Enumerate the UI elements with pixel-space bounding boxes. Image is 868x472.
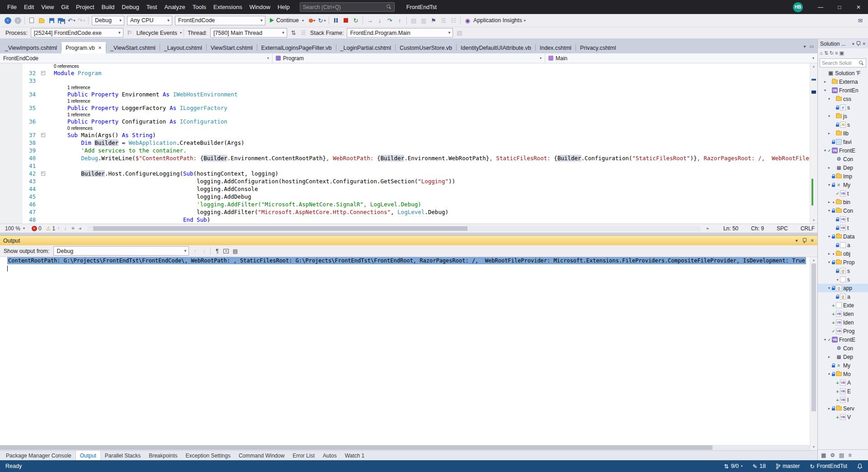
output-scroll-up-icon[interactable]: ▲: [810, 257, 817, 263]
window-position-icon[interactable]: ▾: [796, 238, 798, 243]
breakpoint-margin[interactable]: [0, 162, 23, 170]
chevron-right-icon[interactable]: ▸: [827, 252, 831, 256]
chevron-down-icon[interactable]: ▾: [827, 114, 831, 118]
breakpoint-margin[interactable]: [0, 177, 23, 185]
se-tab-explorer-icon[interactable]: ▦: [821, 452, 826, 458]
prev-message-icon[interactable]: ↑: [190, 247, 199, 256]
tool-tab-error-list[interactable]: Error List: [288, 451, 319, 460]
chevron-down-icon[interactable]: ▾: [827, 260, 831, 264]
menu-project[interactable]: Project: [72, 0, 98, 14]
se-switch-views-icon[interactable]: ⇅: [824, 50, 828, 56]
tree-item[interactable]: {}s: [818, 267, 868, 275]
bookmark-icon[interactable]: ⚑: [429, 16, 439, 25]
toolbar-extra-icon-1[interactable]: ▤: [409, 16, 419, 25]
stack-frame-dropdown[interactable]: FrontEnd.Program.Main▼: [347, 28, 453, 38]
menu-view[interactable]: View: [38, 0, 57, 14]
step-out-icon[interactable]: ↑: [395, 16, 405, 25]
step-over-icon[interactable]: ↷: [385, 16, 395, 25]
close-panel-icon[interactable]: ✕: [811, 238, 814, 243]
se-refresh-icon[interactable]: ↻: [830, 50, 834, 56]
startup-project-dropdown[interactable]: FrontEndCode▼: [175, 16, 265, 25]
se-close-icon[interactable]: ✕: [862, 42, 866, 46]
tree-item[interactable]: ▸Serv: [818, 404, 868, 413]
chevron-right-icon[interactable]: ▸: [827, 166, 831, 170]
breakpoint-margin[interactable]: [0, 69, 23, 77]
continue-button[interactable]: Continue ▾: [267, 15, 307, 25]
codelens-references[interactable]: 0 references: [54, 63, 79, 69]
tab--viewstart-cshtml[interactable]: _ViewStart.cshtml: [106, 42, 160, 53]
configuration-dropdown[interactable]: Debug▼: [92, 16, 124, 25]
tree-item[interactable]: ▾✓VBFrontE: [818, 335, 868, 344]
tree-item[interactable]: JSs: [818, 120, 868, 129]
tool-tab-command-window[interactable]: Command Window: [235, 451, 288, 460]
quick-search-input[interactable]: Search (Ctrl+Q): [300, 2, 395, 12]
account-avatar[interactable]: HB: [793, 2, 803, 12]
tree-item[interactable]: ▸▤Dep: [818, 163, 868, 172]
fold-collapse-icon[interactable]: −: [41, 133, 45, 137]
process-dropdown[interactable]: [25244] FrontEndCode.exe▼: [31, 28, 123, 38]
warning-count[interactable]: 1: [52, 225, 56, 232]
tool-tab-parallel-stacks[interactable]: Parallel Stacks: [101, 451, 145, 460]
chevron-down-icon[interactable]: ▾: [827, 286, 831, 290]
breakpoint-margin[interactable]: [0, 91, 23, 98]
repository-button[interactable]: ↻ FrontEndTst: [810, 463, 847, 470]
application-insights-label[interactable]: Application Insights: [473, 17, 522, 24]
tree-item[interactable]: ▾≡My: [818, 181, 868, 189]
tree-item[interactable]: a: [818, 241, 868, 249]
break-all-icon[interactable]: [331, 16, 341, 25]
breakpoint-margin[interactable]: [0, 118, 23, 125]
editor-horizontal-scrollbar[interactable]: [87, 226, 701, 231]
stop-icon[interactable]: [341, 16, 351, 25]
next-issue-icon[interactable]: ↓: [64, 226, 66, 231]
tree-item[interactable]: VBt: [818, 215, 868, 224]
breakpoint-margin[interactable]: [0, 77, 23, 85]
output-content[interactable]: ContentRootPath: G:\Projects\FrontEndTst…: [0, 257, 810, 450]
tree-item[interactable]: Imp: [818, 172, 868, 181]
se-tab-more-icon[interactable]: ≡: [848, 452, 851, 458]
chevron-down-icon[interactable]: ▾: [823, 148, 827, 153]
menu-file[interactable]: File: [4, 0, 20, 14]
tab-identitydefaultuiattribute-vb[interactable]: IdentityDefaultUIAttribute.vb: [457, 42, 535, 53]
se-position-icon[interactable]: ▾: [852, 42, 854, 46]
scroll-up-icon[interactable]: ▲: [810, 63, 817, 70]
menu-debug[interactable]: Debug: [118, 0, 142, 14]
breadcrumb-type[interactable]: Program▾: [273, 53, 545, 63]
breakpoint-margin[interactable]: [0, 154, 23, 162]
pin-icon[interactable]: [802, 238, 806, 243]
tab-list-icon[interactable]: ▾: [804, 44, 806, 49]
tab--layout-cshtml[interactable]: _Layout.cshtml: [160, 42, 206, 53]
solution-search-input[interactable]: Search Soluti: [820, 58, 866, 67]
tab-customuserstore-vb[interactable]: CustomUserStore.vb: [396, 42, 456, 53]
tree-item[interactable]: ▸lib: [818, 129, 868, 138]
code-area[interactable]: 0 references32−Module Program331 referen…: [0, 63, 810, 224]
toolbar-extra-icon-2[interactable]: ▥: [419, 16, 429, 25]
chevron-down-icon[interactable]: ▾: [827, 209, 831, 213]
codelens-references[interactable]: 0 references: [67, 125, 93, 131]
tree-item[interactable]: +VBIden: [818, 310, 868, 318]
tab-privacy-cshtml[interactable]: Privacy.cshtml: [576, 42, 620, 53]
output-vertical-scrollbar[interactable]: ▲ ▼: [810, 257, 817, 450]
tool-tab-breakpoints[interactable]: Breakpoints: [145, 451, 181, 460]
process-flag-icon[interactable]: ⚐: [125, 28, 135, 38]
toolbar-extra-icon-3[interactable]: ☰: [439, 16, 448, 25]
chevron-down-icon[interactable]: ▾: [827, 234, 831, 238]
output-line[interactable]: ContentRootPath: G:\Projects\FrontEndTst…: [0, 257, 810, 264]
tree-item[interactable]: #s: [818, 103, 868, 112]
se-tab-git-icon[interactable]: ⚙: [830, 452, 835, 458]
lifecycle-events-button[interactable]: Lifecycle Events: [137, 30, 177, 36]
chevron-right-icon[interactable]: ▸: [827, 406, 831, 410]
minimize-button[interactable]: —: [811, 0, 830, 14]
breakpoint-margin[interactable]: [0, 131, 23, 139]
code-editor[interactable]: 0 references32−Module Program331 referen…: [0, 63, 817, 224]
menu-tools[interactable]: Tools: [189, 0, 210, 14]
codelens-references[interactable]: 1 reference: [67, 98, 90, 104]
breakpoint-margin[interactable]: [0, 208, 23, 216]
breakpoint-margin[interactable]: [0, 104, 23, 112]
hot-reload-icon[interactable]: ▾: [307, 16, 317, 25]
tree-item[interactable]: ✓VBProg: [818, 327, 868, 335]
menu-build[interactable]: Build: [98, 0, 118, 14]
output-horizontal-scrollbar[interactable]: [0, 445, 810, 450]
bell-icon[interactable]: [857, 463, 863, 469]
tree-item[interactable]: favi: [818, 138, 868, 146]
new-file-icon[interactable]: [27, 16, 37, 25]
